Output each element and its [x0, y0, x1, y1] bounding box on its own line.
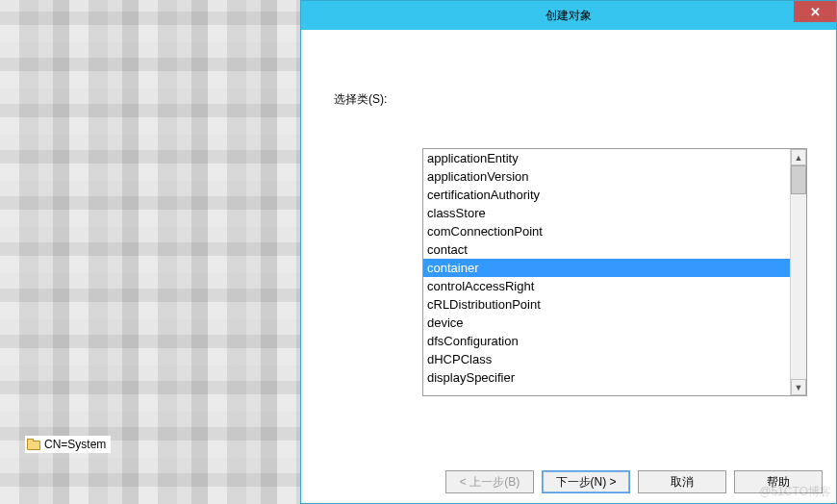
tree-backdrop — [0, 0, 300, 504]
list-item[interactable]: device — [423, 314, 790, 332]
dialog-buttons: < 上一步(B) 下一步(N) > 取消 帮助 — [445, 470, 823, 493]
scroll-down-button[interactable]: ▼ — [791, 379, 806, 395]
list-item[interactable]: container — [423, 259, 790, 277]
class-listbox[interactable]: applicationEntityapplicationVersioncerti… — [422, 148, 807, 396]
dialog-titlebar: 创建对象 ✕ — [301, 1, 836, 30]
dialog-title: 创建对象 — [301, 8, 836, 24]
back-button[interactable]: < 上一步(B) — [445, 470, 534, 493]
list-item[interactable]: controlAccessRight — [423, 277, 790, 295]
scroll-thumb[interactable] — [791, 165, 806, 194]
scroll-track[interactable] — [791, 165, 806, 379]
list-item[interactable]: displaySpecifier — [423, 368, 790, 387]
list-item[interactable]: applicationVersion — [423, 167, 790, 186]
list-item[interactable]: contact — [423, 240, 790, 259]
dialog-body: 选择类(S): applicationEntityapplicationVers… — [301, 30, 836, 396]
listbox-scrollbar[interactable]: ▲ ▼ — [790, 149, 806, 395]
list-item[interactable]: comConnectionPoint — [423, 222, 790, 240]
next-button[interactable]: 下一步(N) > — [542, 470, 630, 493]
close-button[interactable]: ✕ — [794, 1, 836, 22]
create-object-dialog: 创建对象 ✕ 选择类(S): applicationEntityapplicat… — [300, 0, 837, 504]
list-item[interactable]: classStore — [423, 204, 790, 222]
select-class-label: 选择类(S): — [334, 91, 803, 108]
tree-node-system[interactable]: CN=System — [25, 436, 111, 453]
tree-node-label: CN=System — [44, 438, 106, 451]
list-item[interactable]: cRLDistributionPoint — [423, 295, 790, 314]
cancel-button[interactable]: 取消 — [638, 470, 726, 493]
list-item[interactable]: dfsConfiguration — [423, 332, 790, 350]
folder-icon — [27, 439, 40, 450]
list-item[interactable]: applicationEntity — [423, 149, 790, 167]
scroll-up-button[interactable]: ▲ — [791, 149, 806, 165]
list-item[interactable]: certificationAuthority — [423, 186, 790, 204]
list-item[interactable]: dHCPClass — [423, 350, 790, 368]
help-button[interactable]: 帮助 — [734, 470, 823, 493]
